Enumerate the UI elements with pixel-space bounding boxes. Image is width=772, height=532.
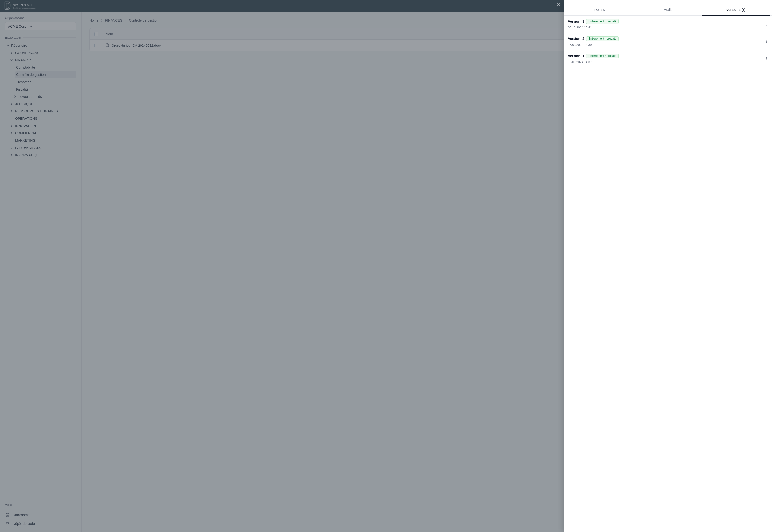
version-item[interactable]: Version: 2Entièrement horodaté16/09/2024… [564,33,772,50]
svg-point-4 [766,25,767,25]
tree-item[interactable]: GOUVERNANCE [8,49,76,56]
section-label-explorer: Explorateur [5,36,76,39]
close-icon[interactable] [557,2,561,7]
chevron-right-icon [10,51,13,54]
view-item-db[interactable]: Datarooms [3,511,76,519]
database-icon [5,513,10,517]
chevron-right-icon [10,110,13,113]
svg-point-10 [766,59,767,60]
tree-item[interactable]: RESSOURCES HUMAINES [8,108,76,115]
chevron-down-icon [10,59,13,62]
svg-rect-1 [6,522,9,525]
tab-details[interactable]: Détails [566,4,634,16]
chevron-right-icon [10,102,13,105]
chevron-right-icon [14,95,17,98]
section-label-views: Vues [5,503,76,507]
svg-point-0 [6,513,9,514]
svg-point-9 [766,58,767,59]
views-list: DataroomsDépôt de code [3,511,76,528]
chevron-down-icon [6,44,9,47]
brand-tagline: Shield and stream the spark [13,7,36,9]
view-item-code[interactable]: Dépôt de code [3,520,76,528]
chevron-down-icon [30,25,33,28]
status-badge: Entièrement horodaté [586,54,619,58]
chevron-right-icon [10,146,13,149]
tree-item[interactable]: JURIDIQUE [8,100,76,108]
chevron-right-icon [124,19,127,22]
brand-name: MY PROOF [13,3,36,7]
brand-logo[interactable]: MY PROOF Shield and stream the spark [3,1,36,10]
svg-point-7 [766,42,767,43]
drawer-tabs: Détails Audit Versions (3) [564,4,772,16]
code-icon [5,522,10,526]
tree-item[interactable]: INNOVATION [8,122,76,129]
tab-audit[interactable]: Audit [634,4,702,16]
tree-item[interactable]: FINANCES [8,56,76,64]
version-date: 16/09/2024 14:39 [568,43,768,46]
section-label-orgs: Organisations [5,16,76,20]
tree-item[interactable]: PARTENARIATS [8,144,76,151]
breadcrumb-item[interactable]: Contrôle de gestion [129,18,158,22]
tree-root[interactable]: Répertoire [4,42,76,49]
row-checkbox[interactable] [94,44,98,47]
tab-versions[interactable]: Versions (3) [702,4,770,16]
tree-item[interactable]: INFORMATIQUE [8,151,76,159]
status-badge: Entièrement horodaté [586,36,619,41]
version-date: 09/10/2024 10:41 [568,26,768,29]
sidebar: Organisations ACME Corp. Explorateur Rép… [0,12,82,532]
svg-point-5 [766,40,767,40]
version-title: Version: 3 [568,19,584,23]
tree-item[interactable]: OPERATIONS [8,115,76,122]
more-options-icon[interactable] [764,38,770,44]
org-selected-label: ACME Corp. [8,24,27,28]
tree-item[interactable]: Contrôle de gestion [15,71,76,78]
version-item[interactable]: Version: 1Entièrement horodaté16/09/2024… [564,50,772,67]
chevron-right-icon [10,117,13,120]
file-icon [106,43,109,48]
select-all-checkbox[interactable] [94,32,98,36]
breadcrumb-item[interactable]: Home [89,18,98,22]
versions-list: Version: 3Entièrement horodaté09/10/2024… [564,16,772,532]
svg-point-6 [766,41,767,42]
tree-item[interactable]: Comptabilité [15,64,76,71]
chevron-right-icon [10,124,13,127]
version-title: Version: 1 [568,54,584,58]
tree-item[interactable]: Trésorerie [15,78,76,86]
file-name: Ordre du jour CA 20240912.docx [111,44,161,47]
version-date: 16/09/2024 14:37 [568,60,768,64]
version-item[interactable]: Version: 3Entièrement horodaté09/10/2024… [564,16,772,33]
status-badge: Entièrement horodaté [586,19,619,24]
chevron-right-icon [10,132,13,135]
svg-point-2 [766,23,767,23]
breadcrumb-item[interactable]: FINANCES [105,18,122,22]
tree-item[interactable]: Levée de fonds [12,93,76,100]
org-selector[interactable]: ACME Corp. [5,22,76,30]
tree-item[interactable]: MARKETING [8,137,76,144]
explorer-tree: RépertoireGOUVERNANCEFINANCESComptabilit… [3,42,76,159]
brand-mark-icon [3,1,11,10]
svg-point-8 [766,57,767,58]
details-drawer: Détails Audit Versions (3) Version: 3Ent… [564,0,772,532]
svg-point-3 [766,24,767,24]
version-title: Version: 2 [568,37,584,41]
tree-item[interactable]: COMMERCIAL [8,129,76,137]
chevron-right-icon [100,19,103,22]
tree-item[interactable]: Fiscalité [15,86,76,93]
chevron-right-icon [10,154,13,156]
more-options-icon[interactable] [764,56,770,62]
more-options-icon[interactable] [764,21,770,27]
